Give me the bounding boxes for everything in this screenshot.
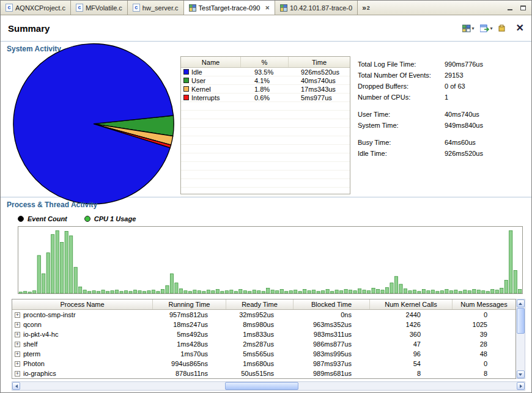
activity-bar	[248, 292, 251, 293]
activity-bar	[138, 291, 141, 293]
stat-value: 990ms776us	[445, 61, 483, 68]
expand-icon[interactable]: +	[15, 312, 20, 318]
activity-bar	[285, 292, 288, 293]
arrow-right-icon	[520, 384, 522, 388]
process-name: procnto-smp-instr	[23, 311, 76, 318]
stat-label: User Time:	[358, 111, 445, 118]
series-percent: 93.5%	[241, 68, 289, 76]
tab-overflow-button[interactable]: »2	[358, 1, 374, 15]
process-row[interactable]: +shelf1ms428us2ms287us986ms877us4728	[12, 339, 515, 349]
series-name: Kernel	[191, 86, 211, 93]
legend-label: Event Count	[28, 215, 67, 222]
activity-bar	[179, 289, 182, 293]
running-value: 994us865ns	[153, 360, 226, 367]
column-header[interactable]: Name	[181, 57, 241, 67]
activity-bar	[37, 255, 40, 293]
activity-bar	[431, 290, 434, 293]
c-file-icon: c	[6, 4, 13, 12]
activity-bar	[495, 290, 498, 293]
ready-value: 32ms952us	[226, 311, 294, 318]
cpu-usage-row[interactable]: Interrupts0.6%5ms977us	[181, 94, 350, 102]
horizontal-scroll-thumb[interactable]	[225, 382, 298, 390]
expand-icon[interactable]: +	[15, 342, 20, 347]
editor-tab[interactable]: chw_server.c	[128, 1, 184, 15]
maximize-button[interactable]	[517, 3, 528, 12]
editor-tab[interactable]: TestTarget-trace-090✕	[184, 1, 275, 15]
kcalls-value: 1426	[370, 321, 453, 328]
cpu-usage-row[interactable]: Kernel1.8%17ms343us	[181, 85, 350, 94]
empty-row	[181, 145, 350, 153]
activity-bar	[198, 291, 201, 293]
process-row[interactable]: +pterm1ms70us5ms565us983ms995us9648	[12, 349, 515, 359]
scroll-up-button[interactable]	[517, 299, 525, 307]
stat-value: 0 of 63	[445, 83, 465, 90]
activity-timeline-chart	[18, 226, 523, 294]
column-header[interactable]: Num Kernel Calls	[370, 299, 453, 309]
scroll-right-button[interactable]	[517, 382, 525, 390]
activity-bar	[353, 291, 357, 293]
process-row[interactable]: +Photon994us865ns1ms680us987ms937us540	[12, 359, 515, 369]
dropdown-arrow-icon: ▾	[472, 26, 475, 31]
column-header[interactable]: Process Name	[12, 299, 153, 309]
minimize-button[interactable]	[504, 3, 515, 12]
horizontal-scrollbar[interactable]	[12, 381, 525, 391]
tab-close-icon[interactable]: ✕	[265, 5, 270, 11]
process-table-area: Process NameRunning TimeReady TimeBlocke…	[12, 299, 531, 379]
editor-tab[interactable]: cAQNXCProject.c	[1, 1, 71, 15]
activity-bar	[28, 292, 31, 293]
pin-view-button[interactable]	[498, 24, 506, 32]
column-header[interactable]: %	[241, 57, 289, 67]
activity-bar	[97, 292, 100, 293]
column-header[interactable]: Time	[289, 57, 350, 67]
expand-icon[interactable]: +	[15, 322, 20, 328]
cpu-usage-row[interactable]: User4.1%40ms740us	[181, 76, 350, 85]
vertical-scroll-thumb[interactable]	[517, 308, 525, 334]
process-row[interactable]: +io-pkt-v4-hc5ms492us1ms833us983ms311us3…	[12, 329, 515, 339]
activity-bar	[376, 290, 379, 293]
activity-bar	[449, 291, 453, 293]
close-view-icon[interactable]: ✕	[516, 23, 524, 33]
msgs-value: 39	[453, 331, 515, 338]
activity-bar	[464, 290, 467, 293]
editor-tab[interactable]: 10.42.101.87-trace-0	[275, 1, 358, 15]
vertical-scrollbar[interactable]	[516, 299, 525, 379]
series-time: 926ms520us	[289, 68, 350, 76]
scroll-down-button[interactable]	[517, 370, 525, 378]
ready-value: 1ms680us	[226, 360, 294, 367]
ready-value: 1ms833us	[226, 331, 294, 338]
activity-bar	[111, 291, 114, 293]
activity-bar	[491, 290, 494, 293]
activity-bar	[468, 291, 471, 293]
column-header[interactable]: Running Time	[153, 299, 226, 309]
activity-bar	[514, 271, 517, 293]
expand-icon[interactable]: +	[15, 332, 20, 337]
stat-row: Total Log File Time:990ms776us	[358, 59, 525, 70]
activity-bar	[142, 292, 146, 293]
kcalls-value: 8	[370, 370, 453, 377]
process-row[interactable]: +io-graphics878us11ns50us515ns989ms681us…	[12, 369, 515, 378]
process-row[interactable]: +qconn18ms247us8ms980us963ms352us1426102…	[12, 320, 515, 329]
running-value: 18ms247us	[153, 321, 226, 328]
activity-bar	[184, 291, 187, 293]
column-header[interactable]: Ready Time	[226, 299, 294, 309]
cpu-usage-row[interactable]: Idle93.5%926ms520us	[181, 68, 350, 76]
stat-row: Idle Time:926ms520us	[358, 148, 525, 159]
arrow-down-icon	[519, 373, 522, 376]
trace-icon-cell	[190, 8, 193, 11]
process-row[interactable]: +procnto-smp-instr957ms812us32ms952us0ns…	[12, 310, 515, 320]
expand-icon[interactable]: +	[15, 361, 20, 367]
column-header[interactable]: Blocked Time	[294, 299, 370, 309]
view-menu-button[interactable]: ▾	[462, 24, 475, 32]
column-header[interactable]: Num Messages	[453, 299, 515, 309]
scroll-left-button[interactable]	[12, 382, 20, 390]
series-name: Interrupts	[191, 94, 220, 101]
activity-bar	[298, 292, 301, 293]
empty-row	[181, 136, 350, 145]
series-color-swatch	[183, 78, 189, 83]
ready-value: 2ms287us	[226, 340, 294, 348]
expand-icon[interactable]: +	[15, 371, 20, 376]
export-view-button[interactable]: ▾	[480, 24, 493, 32]
expand-icon[interactable]: +	[15, 351, 20, 357]
empty-row	[181, 119, 350, 128]
editor-tab[interactable]: cMFVolatile.c	[71, 1, 128, 15]
